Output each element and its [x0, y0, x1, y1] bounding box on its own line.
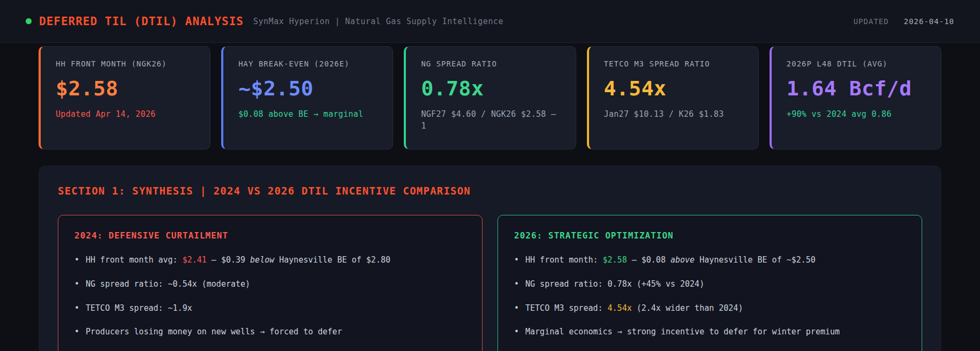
status-dot-icon [26, 18, 32, 24]
metric-label: NG SPREAD RATIO [421, 59, 560, 68]
section-title: SECTION 1: SYNTHESIS | 2024 VS 2026 DTIL… [58, 185, 922, 197]
bullet-dot: • [514, 279, 519, 290]
bullet-dot: • [74, 279, 79, 290]
bullet-item: •NG spread ratio: 0.78x (+45% vs 2024) [514, 279, 906, 290]
metric-card-hay-breakeven: HAY BREAK-EVEN (2026E) ~$2.50 $0.08 abov… [221, 46, 393, 150]
metric-card-tetco-m3-spread-ratio: TETCO M3 SPREAD RATIO 4.54x Jan27 $10.13… [587, 46, 759, 150]
page-title: DEFERRED TIL (DTIL) ANALYSIS [39, 15, 244, 28]
comparison-heading-2024: 2024: DEFENSIVE CURTAILMENT [74, 230, 466, 241]
bullet-list-2026: •HH front month: $2.58 — $0.08 above Hay… [514, 255, 906, 351]
bullet-text: HH front month: $2.58 — $0.08 above Hayn… [525, 255, 816, 266]
bullet-item: •HH front month avg: $2.41 — $0.39 below… [74, 255, 466, 266]
bullet-dot: • [514, 255, 519, 266]
updated-date: 2026-04-10 [904, 17, 954, 26]
metric-value: 4.54x [604, 77, 743, 100]
metric-subtext: +90% vs 2024 avg 0.86 [787, 109, 926, 121]
page-subtitle: SynMax Hyperion | Natural Gas Supply Int… [253, 17, 503, 26]
metric-subtext: $0.08 above BE → marginal [238, 109, 378, 121]
bullet-item: •Producers losing money on new wells → f… [74, 326, 466, 338]
bullet-item: •TETCO M3 spread: 4.54x (2.4x wider than… [514, 303, 906, 315]
metric-card-ng-spread-ratio: NG SPREAD RATIO 0.78x NGF27 $4.60 / NGK2… [404, 46, 576, 150]
bullet-text: Producers losing money on new wells → fo… [86, 326, 342, 338]
bullet-text: NG spread ratio: 0.78x (+45% vs 2024) [525, 279, 704, 290]
bullet-item: •Marginal economics → strong incentive t… [514, 326, 906, 338]
bullet-dot: • [74, 255, 79, 266]
bullet-item: •HH front month: $2.58 — $0.08 above Hay… [514, 255, 906, 266]
metric-subtext: Updated Apr 14, 2026 [56, 109, 195, 121]
metric-card-hh-front-month: HH FRONT MONTH (NGK26) $2.58 Updated Apr… [39, 46, 210, 150]
metric-value: ~$2.50 [238, 77, 378, 100]
metric-value: 1.64 Bcf/d [787, 77, 926, 100]
bullet-dot: • [514, 303, 519, 315]
metric-value: $2.58 [56, 77, 195, 100]
metric-label: 2026P L48 DTIL (AVG) [787, 59, 926, 68]
main-content: HH FRONT MONTH (NGK26) $2.58 Updated Apr… [0, 43, 980, 351]
bullet-text: Marginal economics → strong incentive to… [525, 326, 840, 338]
metric-subtext: Jan27 $10.13 / K26 $1.83 [604, 109, 743, 121]
metric-label: TETCO M3 SPREAD RATIO [604, 59, 743, 68]
updated-label: UPDATED [854, 17, 889, 26]
comparison-grid: 2024: DEFENSIVE CURTAILMENT •HH front mo… [58, 215, 922, 351]
comparison-box-2026: 2026: STRATEGIC OPTIMIZATION •HH front m… [497, 215, 922, 351]
bullet-text: TETCO M3 spread: ~1.9x [86, 303, 192, 315]
bullet-dot: • [514, 326, 519, 338]
bullet-text: HH front month avg: $2.41 — $0.39 below … [86, 255, 390, 266]
comparison-heading-2026: 2026: STRATEGIC OPTIMIZATION [514, 230, 906, 241]
updated-info: UPDATED 2026-04-10 [854, 17, 954, 26]
bullet-item: •TETCO M3 spread: ~1.9x [74, 303, 466, 315]
bullet-dot: • [74, 326, 79, 338]
bullet-dot: • [74, 303, 79, 315]
metrics-row: HH FRONT MONTH (NGK26) $2.58 Updated Apr… [39, 46, 941, 150]
header: DEFERRED TIL (DTIL) ANALYSIS SynMax Hype… [0, 0, 980, 43]
metric-value: 0.78x [421, 77, 560, 100]
bullet-item: •NG spread ratio: ~0.54x (moderate) [74, 279, 466, 290]
metric-card-2026p-l48-dtil: 2026P L48 DTIL (AVG) 1.64 Bcf/d +90% vs … [770, 46, 941, 150]
bullet-text: TETCO M3 spread: 4.54x (2.4x wider than … [525, 303, 743, 315]
metric-label: HH FRONT MONTH (NGK26) [56, 59, 195, 68]
metric-subtext: NGF27 $4.60 / NGK26 $2.58 – 1 [421, 109, 560, 132]
comparison-box-2024: 2024: DEFENSIVE CURTAILMENT •HH front mo… [58, 215, 483, 351]
metric-label: HAY BREAK-EVEN (2026E) [238, 59, 378, 68]
bullet-list-2024: •HH front month avg: $2.41 — $0.39 below… [74, 255, 466, 351]
section-synthesis: SECTION 1: SYNTHESIS | 2024 VS 2026 DTIL… [39, 166, 941, 351]
bullet-text: NG spread ratio: ~0.54x (moderate) [86, 279, 250, 290]
